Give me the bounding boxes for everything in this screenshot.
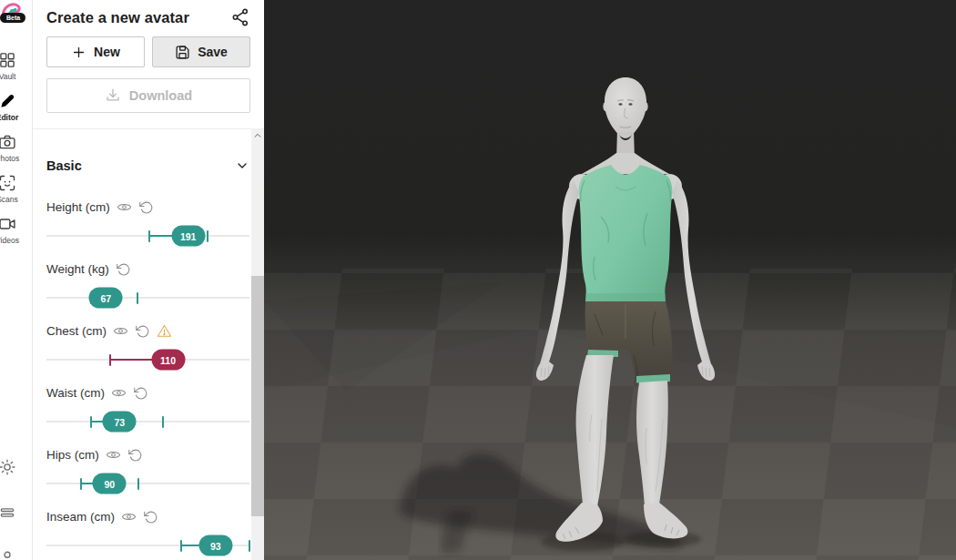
sun-icon[interactable] — [0, 458, 16, 476]
sidebar-item-label: Photos — [0, 154, 19, 163]
sidebar-item-vault[interactable]: Vault — [0, 51, 33, 81]
chevron-down-icon — [235, 158, 249, 173]
range-max-tick — [207, 230, 208, 242]
range-max-tick — [162, 416, 164, 428]
slider-track[interactable]: 90 — [46, 473, 249, 494]
save-button[interactable]: Save — [152, 36, 250, 67]
visibility-eye-icon[interactable] — [106, 447, 121, 463]
slider-value: 93 — [210, 540, 221, 551]
slider-handle[interactable]: 93 — [198, 535, 232, 556]
share-icon — [230, 7, 250, 27]
user-icon[interactable] — [0, 549, 16, 560]
scrollbar-thumb[interactable] — [251, 276, 264, 516]
slider-label: Chest (cm) — [46, 324, 107, 338]
reset-icon[interactable] — [116, 261, 131, 277]
sidebar-item-label: Scans — [0, 195, 18, 204]
chevron-up-icon — [253, 131, 262, 140]
sidebar-item-scans[interactable]: Scans — [0, 174, 33, 204]
video-icon — [0, 215, 16, 233]
slider-value: 191 — [180, 230, 197, 241]
slider-track-line — [46, 483, 249, 484]
panel-header: Create a new avatar — [46, 5, 250, 29]
download-button[interactable]: Download — [46, 78, 250, 113]
visibility-eye-icon[interactable] — [111, 385, 127, 401]
section-basic-title: Basic — [46, 158, 82, 173]
face-scan-icon — [0, 174, 16, 192]
slider-track-line — [46, 421, 249, 423]
slider-list: Height (cm) 191 Weight (kg) — [46, 192, 249, 560]
slider-value: 73 — [114, 416, 125, 427]
share-button[interactable] — [230, 7, 250, 27]
reset-icon[interactable] — [127, 447, 143, 463]
sidebar-item-label: Vault — [0, 72, 15, 81]
left-icon-rail: Beta Vault Editor Photos Scans Videos — [0, 0, 33, 560]
slider-label: Hips (cm) — [46, 448, 99, 462]
plus-icon — [71, 45, 86, 60]
slider-row: Height (cm) 191 — [46, 192, 249, 254]
slider-track[interactable]: 110 — [46, 349, 249, 371]
viewport-3d-canvas[interactable] — [264, 0, 956, 560]
parameters-scroll-area: Basic Height (cm) 191 Weight (kg) — [33, 128, 251, 560]
range-min-tick — [90, 416, 92, 428]
slider-value: 110 — [160, 354, 176, 365]
slider-handle[interactable]: 67 — [89, 288, 123, 309]
slider-row: Inseam (cm) 93 — [46, 502, 249, 560]
slider-value: 67 — [100, 292, 111, 303]
slider-row: Weight (kg) 67 — [46, 254, 249, 316]
rail-bottom-icons — [0, 458, 16, 560]
reset-icon[interactable] — [138, 199, 154, 215]
save-button-label: Save — [198, 45, 228, 59]
pencil-icon — [0, 92, 16, 110]
range-min-tick — [148, 230, 150, 242]
visibility-eye-icon[interactable] — [113, 323, 128, 339]
sidebar-item-label: Editor — [0, 113, 18, 122]
download-icon — [105, 87, 121, 104]
reset-icon[interactable] — [143, 509, 158, 524]
sidebar-item-photos[interactable]: Photos — [0, 133, 33, 163]
visibility-eye-icon[interactable] — [121, 509, 137, 524]
slider-row: Chest (cm) 110 — [46, 316, 249, 378]
beta-badge: Beta — [0, 13, 25, 23]
range-min-tick — [80, 478, 82, 490]
warning-icon — [157, 323, 172, 339]
slider-label: Inseam (cm) — [46, 510, 115, 524]
sidebar-item-editor[interactable]: Editor — [0, 92, 33, 122]
menu-lines-icon[interactable] — [0, 504, 16, 522]
new-button-label: New — [94, 45, 120, 59]
slider-handle[interactable]: 73 — [103, 412, 137, 433]
slider-row: Hips (cm) 90 — [46, 440, 249, 502]
reset-icon[interactable] — [133, 385, 148, 401]
sidebar-item-label: Videos — [0, 236, 19, 245]
panel-scrollbar[interactable] — [251, 128, 264, 560]
slider-label: Waist (cm) — [46, 386, 105, 400]
range-max-tick — [249, 540, 250, 552]
rail-nav-items: Vault Editor Photos Scans Videos — [0, 51, 32, 256]
download-button-label: Download — [129, 88, 192, 103]
camera-icon — [0, 133, 16, 151]
slider-track[interactable]: 191 — [46, 225, 249, 247]
section-basic-header[interactable]: Basic — [46, 154, 249, 178]
visibility-eye-icon[interactable] — [117, 199, 132, 215]
new-button[interactable]: New — [46, 36, 145, 67]
slider-row: Waist (cm) 73 — [46, 378, 249, 440]
save-floppy-icon — [175, 45, 190, 60]
avatar-control-panel: Create a new avatar New Save Download Ba… — [33, 0, 264, 560]
slider-track[interactable]: 67 — [46, 287, 249, 309]
range-min-tick — [180, 540, 182, 552]
app-logo: Beta — [0, 0, 32, 29]
slider-handle[interactable]: 90 — [93, 473, 127, 494]
slider-handle[interactable]: 191 — [171, 226, 205, 247]
slider-track[interactable]: 93 — [46, 535, 249, 556]
scrollbar-up-button[interactable] — [251, 128, 264, 143]
slider-handle[interactable]: 110 — [151, 350, 185, 371]
slider-label: Weight (kg) — [46, 262, 109, 276]
sidebar-item-videos[interactable]: Videos — [0, 215, 33, 245]
slider-track[interactable]: 73 — [46, 411, 249, 433]
slider-value: 90 — [105, 478, 116, 489]
toolbar: New Save — [46, 36, 250, 67]
slider-label: Height (cm) — [46, 200, 110, 214]
range-min-tick — [109, 354, 111, 366]
slider-track-line — [46, 297, 249, 299]
grid-icon — [0, 51, 16, 69]
reset-icon[interactable] — [135, 323, 150, 339]
